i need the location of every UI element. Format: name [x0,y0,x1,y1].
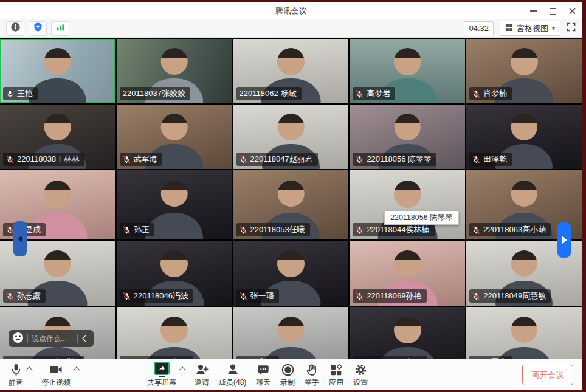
participant-name-label: 220118047赵丽君 [236,153,318,166]
settings-icon [354,362,368,377]
prev-page-button[interactable] [13,221,27,256]
security-button[interactable] [29,21,47,36]
invite-icon [195,362,209,377]
mic-muted-icon [6,292,14,300]
participant-name: 220118062-杨敏 [240,88,297,99]
participant-name-label: 220118044侯林楠 [353,223,434,236]
participant-name-label: 220118062-杨敏 [236,87,302,100]
participant-name: 220118037张姣姣 [123,88,185,99]
network-signal-icon [55,22,66,35]
chevron-right-icon [562,236,571,244]
chevron-up-icon[interactable] [26,366,32,373]
participant-tile[interactable]: 220118044侯林楠 [350,170,465,239]
close-icon [569,8,576,15]
close-button[interactable] [562,2,582,19]
toolbar-item-settings[interactable]: 设置 [353,362,368,388]
participant-name: 220118053任曦 [250,224,305,235]
participant-name: 220118064闫琳楠 [17,357,80,359]
participant-tile[interactable]: 王艳 [0,39,115,103]
emoji-icon[interactable] [12,332,24,346]
participant-tile[interactable]: 220118062-杨敏 [233,39,349,103]
participant-name-label: 220118046冯波 [120,289,193,303]
fullscreen-icon [567,22,576,34]
view-mode-selector[interactable]: 宫格视图 ▾ [500,21,560,36]
participant-tile[interactable]: 220118069孙艳 [350,241,465,306]
chevron-up-icon[interactable] [179,366,185,373]
network-status-button[interactable] [51,21,69,36]
toolbar-item-chat[interactable]: 聊天 [256,362,271,388]
participant-name: 220118047赵丽君 [250,154,313,165]
participant-tile[interactable]: 220118047赵丽君 [233,105,349,169]
participant-name-label: 220118053任曦 [236,223,310,236]
minimize-button[interactable] [523,2,543,19]
participant-name: 孙志露 [17,291,41,301]
raise-hand-icon [305,362,319,377]
participant-tile[interactable]: 220118038王林林 [0,105,115,169]
person-silhouette [495,314,553,359]
participant-name-label: 220118063高小萌 [469,223,551,236]
toolbar-left-group [6,21,69,36]
participant-name: 张一璠 [250,291,274,301]
quick-chat-input[interactable]: 说点什么... [32,334,74,344]
meeting-info-button[interactable] [6,21,24,36]
participant-name: 220118036郝彤 [367,357,421,359]
next-page-button[interactable] [557,222,571,258]
participant-video [381,307,434,359]
participant-tile[interactable]: 田泽乾 [466,105,582,169]
toolbar-item-members[interactable]: 成员(48) [219,362,246,388]
maximize-button[interactable] [543,2,562,19]
toolbar-item-label: 聊天 [256,377,271,388]
participant-tile[interactable]: 220118037张姣姣 [117,39,232,103]
participant-tile[interactable]: 220118075刘歌 [117,307,232,359]
toolbar-item-label: 共享屏幕 [147,377,176,388]
divider [27,334,28,343]
participant-tile[interactable]: 王晨宇 [466,307,582,359]
participant-tile[interactable]: 冯宇婷 [233,307,349,359]
toolbar-item-label: 邀请 [195,377,209,388]
participant-name: 220118044侯林楠 [367,224,429,235]
meeting-window: 腾讯会议 04:3 [0,2,582,390]
participant-name-label: 田泽乾 [469,153,512,166]
participant-tile[interactable]: 张一璠 [233,241,349,306]
participant-name-label: 王晨宇 [469,356,512,359]
participant-name: 肖梦楠 [483,88,507,99]
window-title: 腾讯会议 [0,5,582,16]
toolbar-item-record[interactable]: 录制 [280,362,295,388]
toolbar-item-invite[interactable]: 邀请 [195,362,209,388]
toolbar-item-apps[interactable]: 应用 [329,362,343,388]
toolbar-item-hand[interactable]: 举手 [305,362,319,388]
participant-tile[interactable]: 肖梦楠 [466,39,582,103]
chevron-up-icon[interactable] [73,366,80,373]
collapse-chat-button[interactable] [81,336,90,341]
mic-muted-icon [240,292,247,300]
toolbar-item-share[interactable]: 共享屏幕 [147,362,185,388]
participant-tile[interactable]: 武军海 [117,105,232,169]
participant-video [148,307,201,359]
participant-tile[interactable]: 220118053任曦 [233,170,349,239]
chevron-left-icon [82,335,89,342]
participant-name: 220118038王林林 [17,154,80,165]
participant-tile[interactable]: 220118056 陈琴琴 [350,105,465,169]
minimize-icon [530,10,537,12]
toolbar-item-video[interactable]: 停止视频 [41,362,79,388]
participant-tile[interactable]: 220118036郝彤 [350,307,465,359]
members-icon [226,362,240,377]
leave-meeting-button[interactable]: 离开会议 [522,365,573,385]
divider [77,334,78,343]
participant-tile[interactable]: 220118046冯波 [117,241,232,306]
fullscreen-button[interactable] [567,22,576,34]
chevron-left-icon [14,235,22,242]
participant-name-label: 武军海 [120,153,162,166]
participant-tile[interactable]: 孙正 [117,170,232,239]
record-icon [281,362,295,377]
toolbar-item-label: 举手 [305,377,319,388]
person-silhouette [262,314,320,359]
participant-name-label: 220118037张姣姣 [120,87,190,100]
participant-tile[interactable]: 高梦岩 [350,39,465,103]
top-toolbar: 04:32 宫格视图 ▾ [0,19,582,38]
participant-name: 王艳 [17,88,33,99]
window-controls [523,2,582,19]
toolbar-item-mute[interactable]: 静音 [9,362,32,388]
toolbar-item-label: 应用 [329,377,343,388]
toolbar-item-label: 静音 [9,377,23,388]
